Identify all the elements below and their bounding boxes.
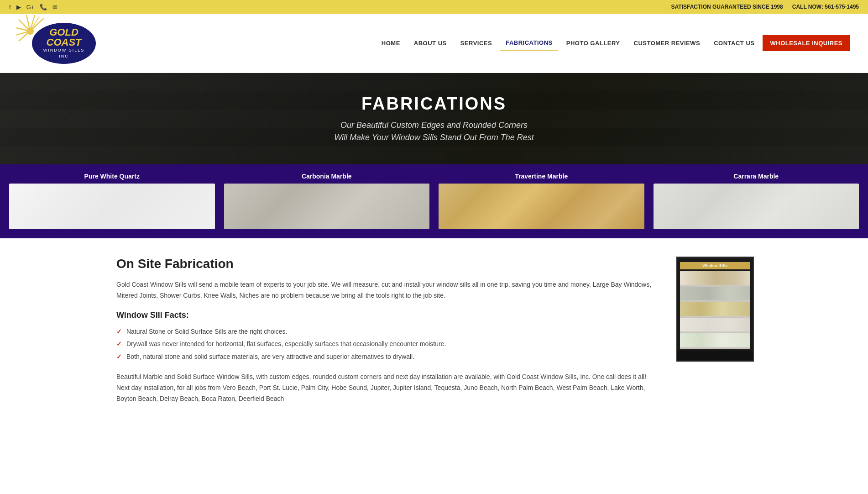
hero-section: FABRICATIONS Our Beautiful Custom Edges …	[0, 73, 868, 164]
shelf-row-5	[680, 333, 750, 347]
swatch-img-carbonia	[224, 184, 430, 229]
shelf-row-1	[680, 271, 750, 285]
satisfaction-text: SATISFACTION GUARANTEED SINCE 1998	[671, 4, 783, 10]
logo-subtitle: WINDOW SILLS INC	[32, 47, 96, 59]
shelf-row-3	[680, 302, 750, 316]
svg-point-8	[26, 27, 34, 35]
facts-list: Natural Stone or Solid Surface Sills are…	[116, 326, 658, 363]
google-plus-icon[interactable]: G+	[26, 4, 35, 11]
shelf-display: Window Sills	[676, 257, 754, 362]
main-nav: HOME ABOUT US SERVICES FABRICATIONS PHOT…	[376, 35, 850, 51]
swatch-label-travertine: Travertine Marble	[439, 173, 644, 180]
shelf-display-wrap: Window Sills	[676, 257, 758, 362]
nav-about[interactable]: ABOUT US	[408, 36, 452, 50]
content-text: On Site Fabrication Gold Coast Window Si…	[116, 257, 658, 404]
swatch-carbonia[interactable]: Carbonia Marble	[224, 173, 430, 229]
shelf-row-2	[680, 287, 750, 300]
swatch-label-carrara: Carrara Marble	[654, 173, 859, 180]
nav-services[interactable]: SERVICES	[455, 36, 498, 50]
swatches-section: Pure White Quartz Carbonia Marble Traver…	[0, 164, 868, 238]
swatch-img-carrara	[654, 184, 859, 229]
content-paragraph-2: Beautiful Marble and Solid Surface Windo…	[116, 372, 658, 404]
header: GOLD COAST WINDOW SILLS INC HOME ABOUT U…	[0, 14, 868, 73]
swatch-carrara[interactable]: Carrara Marble	[654, 173, 859, 229]
facts-title: Window Sill Facts:	[116, 310, 658, 320]
hero-subtitle: Our Beautiful Custom Edges and Rounded C…	[334, 119, 534, 144]
swatch-travertine[interactable]: Travertine Marble	[439, 173, 644, 229]
call-now-text: CALL NOW: 561-575-1495	[792, 4, 859, 10]
top-bar: f ▶ G+ 📞 ✉ SATISFACTION GUARANTEED SINCE…	[0, 0, 868, 14]
swatch-pure-white[interactable]: Pure White Quartz	[9, 173, 215, 229]
phone-icon[interactable]: 📞	[40, 4, 47, 11]
top-bar-info: SATISFACTION GUARANTEED SINCE 1998 CALL …	[671, 4, 859, 10]
youtube-icon[interactable]: ▶	[16, 4, 21, 11]
logo[interactable]: GOLD COAST WINDOW SILLS INC	[18, 23, 96, 64]
swatch-img-white	[9, 184, 215, 229]
swatch-label-carbonia: Carbonia Marble	[224, 173, 430, 180]
social-icons: f ▶ G+ 📞 ✉	[9, 4, 58, 11]
shelf-row-4	[680, 318, 750, 331]
fact-item-1: Natural Stone or Solid Surface Sills are…	[116, 326, 658, 337]
email-icon[interactable]: ✉	[52, 4, 58, 11]
shelf-label: Window Sills	[680, 262, 750, 269]
nav-gallery[interactable]: PHOTO GALLERY	[561, 36, 626, 50]
swatch-img-travertine	[439, 184, 644, 229]
content-title: On Site Fabrication	[116, 257, 658, 271]
shelf-base	[677, 351, 753, 360]
sun-rays-icon	[16, 13, 53, 45]
nav-contact[interactable]: CONTACT US	[708, 36, 760, 50]
facebook-icon[interactable]: f	[9, 4, 11, 11]
wholesale-button[interactable]: WHOLESALE INQUIRES	[763, 35, 850, 51]
hero-title: FABRICATIONS	[361, 94, 507, 114]
nav-reviews[interactable]: CUSTOMER REVIEWS	[628, 36, 706, 50]
swatch-label-white: Pure White Quartz	[9, 173, 215, 180]
nav-fabrications[interactable]: FABRICATIONS	[500, 36, 558, 51]
fact-item-2: Drywall was never intended for horizonta…	[116, 339, 658, 350]
content-paragraph-1: Gold Coast Window Sills will send a mobi…	[116, 279, 658, 301]
content-section: On Site Fabrication Gold Coast Window Si…	[0, 238, 868, 422]
fact-item-3: Both, natural stone and solid surface ma…	[116, 352, 658, 363]
nav-home[interactable]: HOME	[376, 36, 406, 50]
